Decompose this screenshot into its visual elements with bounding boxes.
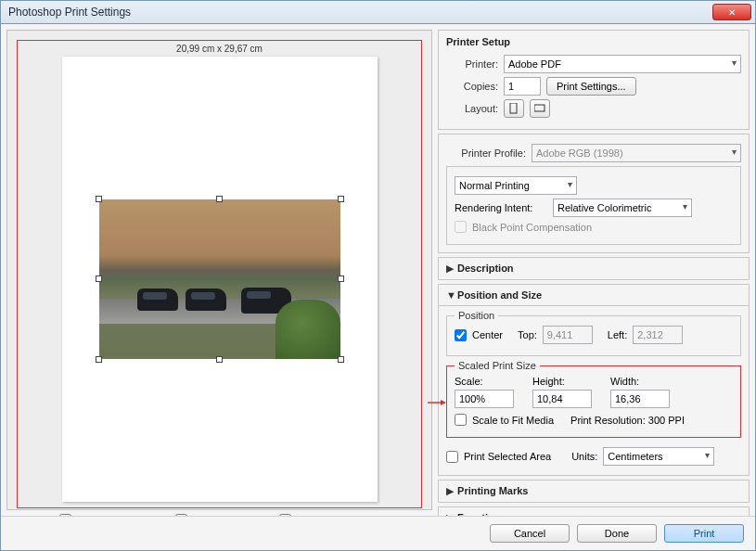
printer-profile-select: Adobe RGB (1998) — [532, 144, 741, 162]
copies-input[interactable]: 1 — [504, 77, 541, 96]
paper-dimensions: 20,99 cm x 29,67 cm — [176, 43, 263, 57]
preview-panel: 20,99 cm x 29,67 cm — [6, 30, 432, 510]
resize-handle[interactable] — [96, 196, 102, 202]
position-size-panel: Position Center Top: 9,411 Left: 2,312 S… — [438, 306, 750, 476]
printer-select[interactable]: Adobe PDF — [504, 55, 741, 73]
copies-label: Copies: — [446, 81, 498, 92]
gamut-warning-checkbox[interactable]: Gamut Warning — [175, 514, 263, 516]
color-mode-fieldset: Normal Printing Rendering Intent: Relati… — [446, 166, 741, 245]
position-fieldset: Position Center Top: 9,411 Left: 2,312 — [446, 315, 741, 356]
rendering-intent-label: Rendering Intent: — [455, 202, 547, 213]
match-colors-checkbox[interactable]: Match Print Colors — [59, 514, 159, 516]
printer-profile-label: Printer Profile: — [446, 147, 526, 159]
center-checkbox[interactable] — [455, 329, 467, 341]
dialog-body: 20,99 cm x 29,67 cm — [0, 24, 756, 551]
scale-to-fit-checkbox[interactable] — [455, 414, 467, 426]
dialog-footer: Cancel Done Print — [1, 516, 755, 550]
printer-setup-heading: Printer Setup — [446, 36, 741, 51]
width-input[interactable]: 16,36 — [610, 390, 670, 408]
preview-options: Match Print Colors Gamut Warning Show Pa… — [17, 508, 422, 516]
resize-handle[interactable] — [216, 196, 223, 202]
image-bounds[interactable] — [99, 199, 340, 359]
position-legend: Position — [455, 310, 498, 321]
svg-rect-0 — [510, 103, 517, 113]
black-point-checkbox — [455, 221, 467, 233]
layout-label: Layout: — [446, 103, 498, 114]
preview-image — [99, 199, 340, 359]
print-selected-area-checkbox[interactable] — [446, 451, 458, 463]
resize-handle[interactable] — [216, 356, 223, 363]
callout-arrow-icon — [428, 398, 446, 407]
resize-handle[interactable] — [338, 356, 344, 363]
color-management-group: Printer Profile: Adobe RGB (1998) Normal… — [438, 134, 750, 253]
chevron-down-icon: ▼ — [446, 289, 455, 301]
height-input[interactable]: 10,84 — [532, 390, 592, 408]
printing-mode-select[interactable]: Normal Printing — [455, 176, 577, 195]
print-resolution: Print Resolution: 300 PPI — [570, 415, 685, 426]
resize-handle[interactable] — [96, 356, 102, 363]
preview-highlight: 20,99 cm x 29,67 cm — [17, 40, 422, 508]
left-input: 2,312 — [633, 326, 683, 344]
chevron-right-icon: ▶ — [446, 263, 455, 275]
show-paper-white-checkbox[interactable]: Show Paper White — [279, 514, 379, 516]
scale-label: Scale: — [455, 376, 514, 387]
settings-column: Printer Setup Printer: Adobe PDF Copies:… — [438, 30, 750, 510]
dialog-title: Photoshop Print Settings — [5, 6, 712, 19]
chevron-right-icon: ▶ — [446, 485, 455, 497]
layout-portrait-icon[interactable] — [504, 99, 524, 118]
cancel-button[interactable]: Cancel — [490, 524, 570, 543]
scale-input[interactable]: 100% — [455, 390, 514, 408]
titlebar: Photoshop Print Settings ✕ — [0, 0, 756, 24]
paper-preview[interactable] — [62, 57, 378, 502]
done-button[interactable]: Done — [577, 524, 657, 543]
scaled-print-size-fieldset: Scaled Print Size Scale: 100% Height: 10… — [446, 365, 741, 438]
width-label: Width: — [610, 376, 670, 387]
scaled-legend: Scaled Print Size — [455, 360, 540, 371]
resize-handle[interactable] — [96, 276, 102, 282]
print-settings-button[interactable]: Print Settings... — [546, 77, 636, 96]
top-label: Top: — [518, 329, 537, 340]
height-label: Height: — [532, 376, 592, 387]
close-icon[interactable]: ✕ — [712, 4, 751, 20]
svg-marker-3 — [441, 400, 446, 405]
description-disclosure[interactable]: ▶ Description — [438, 257, 750, 280]
print-button[interactable]: Print — [664, 524, 744, 543]
units-label: Units: — [571, 451, 597, 462]
top-input: 9,411 — [543, 326, 593, 344]
printer-label: Printer: — [446, 58, 498, 70]
printer-setup-group: Printer Setup Printer: Adobe PDF Copies:… — [438, 30, 750, 130]
resize-handle[interactable] — [338, 276, 344, 282]
functions-disclosure[interactable]: ▶ Functions — [438, 506, 750, 516]
units-select[interactable]: Centimeters — [603, 447, 714, 466]
svg-rect-1 — [534, 105, 545, 111]
position-size-disclosure[interactable]: ▼ Position and Size — [438, 284, 750, 306]
left-label: Left: — [608, 329, 627, 340]
printing-marks-disclosure[interactable]: ▶ Printing Marks — [438, 480, 750, 503]
rendering-intent-select[interactable]: Relative Colorimetric — [553, 199, 692, 217]
resize-handle[interactable] — [338, 196, 344, 202]
layout-landscape-icon[interactable] — [530, 99, 550, 118]
